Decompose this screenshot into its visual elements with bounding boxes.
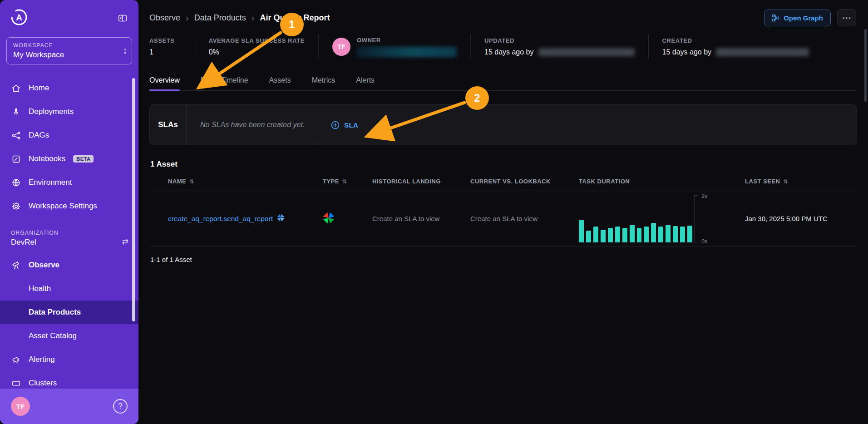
task-duration-cell: 2s 0s <box>579 195 745 242</box>
breadcrumb-data-products[interactable]: Data Products <box>194 13 246 23</box>
table-footer: 1-1 of 1 Asset <box>149 247 857 263</box>
breadcrumb-observe[interactable]: Observe <box>149 13 180 23</box>
cluster-icon <box>11 379 21 388</box>
header-actions: Open Graph ⋯ <box>764 9 856 26</box>
sidebar-item-workspace-settings[interactable]: Workspace Settings <box>0 194 138 218</box>
globe-icon <box>11 178 21 187</box>
more-options-button[interactable]: ⋯ <box>837 9 856 26</box>
add-sla-button[interactable]: SLA <box>319 105 370 145</box>
assets-section: 1 Asset NAME ⇅ TYPE ⇅ HISTORICAL LANDING… <box>149 160 857 263</box>
duration-bar <box>666 225 671 242</box>
sidebar-item-observe[interactable]: Observe <box>0 253 138 277</box>
organization-name: DevRel <box>11 238 128 247</box>
gear-icon <box>11 202 21 211</box>
tab-alerts[interactable]: Alerts <box>356 70 375 90</box>
dag-graph-icon <box>11 131 21 140</box>
duration-bar <box>608 228 613 242</box>
sidebar-header: A <box>0 0 138 33</box>
airflow-mini-icon <box>277 214 285 223</box>
tab-metrics[interactable]: Metrics <box>312 70 335 90</box>
asset-type-cell <box>323 212 372 226</box>
topbar: Observe › Data Products › Air Quality Re… <box>138 0 868 34</box>
main-content: Observe › Data Products › Air Quality Re… <box>138 0 868 424</box>
last-seen-cell: Jan 30, 2025 5:00 PM UTC <box>745 215 857 222</box>
column-header-task-duration: TASK DURATION <box>579 178 745 185</box>
column-header-type[interactable]: TYPE ⇅ <box>323 178 372 185</box>
created-by-redacted <box>716 48 809 56</box>
stat-updated: UPDATED 15 days ago by <box>470 35 648 59</box>
tab-event-timeline[interactable]: Event Timeline <box>201 70 248 90</box>
sidebar-item-asset-catalog[interactable]: Asset Catalog <box>0 324 138 348</box>
duration-bar <box>622 228 627 242</box>
task-duration-bars <box>579 195 695 242</box>
sla-panel: SLAs No SLAs have been created yet. SLA <box>149 104 857 145</box>
asset-count-heading: 1 Asset <box>150 160 857 169</box>
sidebar-item-home[interactable]: Home <box>0 76 138 100</box>
page-scrollbar[interactable] <box>864 29 867 102</box>
tab-overview[interactable]: Overview <box>149 70 180 90</box>
workspace-nav: Home Deployments DAGs Notebooks BETA <box>0 76 138 218</box>
workspace-name: My Workspace <box>13 50 125 59</box>
open-graph-button[interactable]: Open Graph <box>764 10 831 26</box>
switch-org-icon[interactable]: ⇄ <box>122 237 128 247</box>
owner-avatar: TF <box>332 38 350 56</box>
sla-empty-message: No SLAs have been created yet. <box>187 105 319 145</box>
sidebar-scrollbar[interactable] <box>132 78 135 321</box>
historical-landing-cell: Create an SLA to view <box>372 215 470 222</box>
home-icon <box>11 84 21 93</box>
organization-nav: Observe Health Data Products Asset Catal… <box>0 253 138 395</box>
stat-created: CREATED 15 days ago by <box>648 35 823 59</box>
column-header-last-seen[interactable]: LAST SEEN ⇅ <box>745 178 857 185</box>
astronomer-logo: A <box>10 8 28 28</box>
plus-circle-icon <box>331 121 340 129</box>
task-duration-chart: 2s 0s <box>579 195 710 242</box>
sla-panel-title: SLAs <box>150 105 187 145</box>
page-title: Air Quality Report <box>260 13 330 23</box>
rocket-icon <box>11 107 21 117</box>
asset-link[interactable]: create_aq_report.send_aq_report <box>168 215 273 223</box>
sort-icon[interactable]: ⇅ <box>342 178 347 185</box>
organization-selector[interactable]: ORGANIZATION DevRel ⇄ <box>0 230 138 247</box>
tab-bar: Overview Event Timeline Assets Metrics A… <box>149 70 857 91</box>
sidebar-footer: TF ? <box>0 389 138 424</box>
user-avatar[interactable]: TF <box>11 397 30 416</box>
notebook-icon <box>11 154 21 164</box>
duration-bar <box>630 225 635 242</box>
current-vs-lookback-cell: Create an SLA to view <box>470 215 579 222</box>
column-header-current-vs-lookback: CURRENT VS. LOOKBACK <box>470 178 579 185</box>
workspace-selector[interactable]: WORKSPACE My Workspace ▴ ▾ <box>6 37 132 64</box>
sidebar-item-health[interactable]: Health <box>0 277 138 301</box>
duration-bar <box>687 226 692 242</box>
tab-assets[interactable]: Assets <box>269 70 291 90</box>
sidebar-item-deployments[interactable]: Deployments <box>0 100 138 123</box>
beta-badge: BETA <box>73 155 94 163</box>
duration-bar <box>601 230 606 242</box>
sidebar-item-notebooks[interactable]: Notebooks BETA <box>0 147 138 171</box>
sidebar-collapse-icon[interactable] <box>116 12 129 24</box>
table-header-row: NAME ⇅ TYPE ⇅ HISTORICAL LANDING CURRENT… <box>149 178 857 191</box>
duration-bar <box>658 227 663 242</box>
duration-bar <box>651 223 656 242</box>
graph-icon <box>772 14 779 22</box>
asset-name-cell: create_aq_report.send_aq_report <box>168 214 323 223</box>
sort-icon[interactable]: ⇅ <box>189 178 194 185</box>
updated-by-redacted <box>538 48 635 56</box>
sidebar-item-dags[interactable]: DAGs <box>0 123 138 147</box>
sidebar-item-data-products[interactable]: Data Products <box>0 301 138 324</box>
workspace-label: WORKSPACE <box>13 42 125 49</box>
table-row: create_aq_report.send_aq_report <box>149 191 857 247</box>
help-icon[interactable]: ? <box>113 399 128 414</box>
column-header-name[interactable]: NAME ⇅ <box>168 178 323 185</box>
sort-icon[interactable]: ⇅ <box>783 178 788 185</box>
duration-bar <box>579 220 584 242</box>
chart-axis-min-label: 0s <box>701 238 707 245</box>
airflow-icon <box>323 217 335 225</box>
sidebar-item-environment[interactable]: Environment <box>0 171 138 194</box>
megaphone-icon <box>11 355 21 365</box>
svg-text:A: A <box>16 13 22 22</box>
sidebar-item-alerting[interactable]: Alerting <box>0 348 138 371</box>
duration-bar <box>644 227 649 242</box>
app-root: A WORKSPACE My Workspace ▴ ▾ <box>0 0 868 424</box>
column-header-historical-landing: HISTORICAL LANDING <box>372 178 470 185</box>
owner-name-redacted <box>357 47 457 57</box>
